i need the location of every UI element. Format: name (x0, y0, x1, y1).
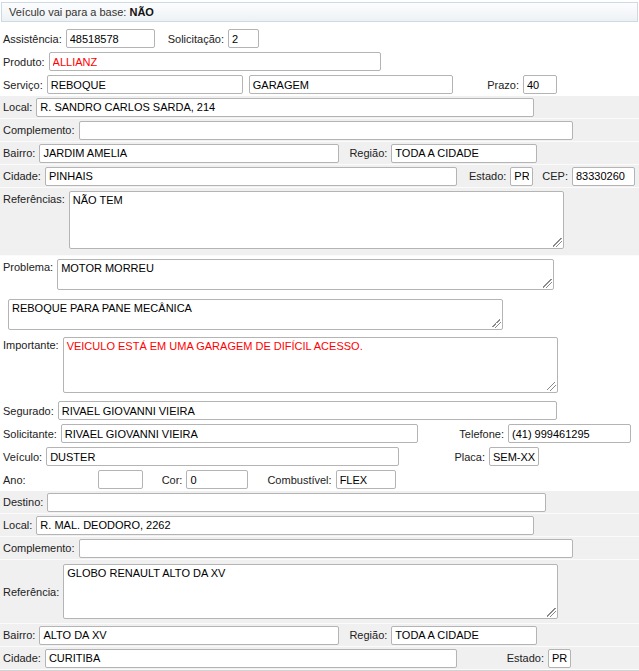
row-problema: Problema: MOTOR MORREU (0, 256, 639, 296)
solicitante-label: Solicitante: (3, 428, 61, 440)
complemento-destino-input[interactable] (79, 539, 573, 558)
row-assistencia: Assistência: Solicitação: (0, 27, 639, 50)
prazo-input[interactable] (523, 75, 557, 94)
complemento-origem-input[interactable] (79, 121, 573, 140)
placa-input[interactable] (489, 447, 539, 466)
row-cidade-origem: Cidade: Estado: CEP: (0, 165, 639, 188)
row-descricao-servico: REBOQUE PARA PANE MECÂNICA (0, 296, 639, 334)
assistencia-label: Assistência: (3, 33, 66, 45)
solicitante-input[interactable] (61, 424, 418, 443)
ano-label: Ano: (3, 474, 30, 486)
regiao-origem-input[interactable] (391, 144, 537, 163)
resize-handle-icon[interactable] (547, 608, 556, 617)
estado-origem-input[interactable] (510, 167, 533, 186)
cor-input[interactable] (186, 470, 248, 489)
assistencia-input[interactable] (66, 29, 155, 48)
referencias-origem-textarea[interactable]: NÃO TEM (69, 191, 564, 249)
row-produto: Produto: (0, 50, 639, 73)
regiao-origem-label: Região: (349, 147, 391, 159)
bairro-destino-input[interactable] (39, 626, 339, 645)
resize-handle-icon[interactable] (547, 382, 556, 391)
referencia-destino-textarea[interactable]: GLOBO RENAULT ALTO DA XV (63, 564, 558, 619)
telefone-input[interactable] (508, 424, 631, 443)
ano-input[interactable] (98, 470, 143, 489)
importante-label: Importante: (3, 337, 63, 351)
row-destino: Destino: (0, 491, 639, 514)
cidade-origem-label: Cidade: (3, 170, 45, 182)
row-bairro-origem: Bairro: Região: (0, 142, 639, 165)
complemento-destino-label: Complemento: (3, 542, 79, 554)
servico-input[interactable] (47, 75, 243, 94)
row-local-origem: Local: (0, 96, 639, 119)
cep-origem-input[interactable] (572, 167, 635, 186)
row-veiculo: Veículo: Placa: (0, 445, 639, 468)
row-local-destino: Local: (0, 514, 639, 537)
solicitacao-label: Solicitação: (168, 33, 228, 45)
row-cidade-destino: Cidade: Estado: (0, 647, 639, 670)
cidade-destino-label: Cidade: (3, 652, 45, 664)
assistance-form-page: Veículo vai para a base: NÃO Assistência… (0, 0, 639, 671)
row-bairro-destino: Bairro: Região: (0, 624, 639, 647)
local-destino-input[interactable] (36, 516, 534, 535)
combustivel-input[interactable] (336, 470, 396, 489)
titlebar-value: NÃO (129, 6, 153, 18)
section-destino: Destino: Local: Complemento: Referência:… (0, 491, 639, 670)
produto-input[interactable] (49, 52, 381, 71)
produto-label: Produto: (3, 56, 49, 68)
row-segurado: Segurado: (0, 399, 639, 422)
veiculo-label: Veículo: (3, 451, 46, 463)
bairro-origem-input[interactable] (39, 144, 339, 163)
prazo-label: Prazo: (487, 79, 523, 91)
row-servico: Serviço: Prazo: (0, 73, 639, 96)
estado-destino-label: Estado: (507, 652, 548, 664)
row-complemento-origem: Complemento: (0, 119, 639, 142)
segurado-input[interactable] (58, 401, 557, 420)
referencias-origem-label: Referências: (3, 191, 69, 205)
cidade-origem-input[interactable] (45, 167, 457, 186)
section-problema-veiculo: Problema: MOTOR MORREU REBOQUE PARA PANE… (0, 256, 639, 491)
placa-label: Placa: (454, 451, 489, 463)
descricao-servico-textarea[interactable]: REBOQUE PARA PANE MECÂNICA (8, 299, 503, 330)
solicitacao-input[interactable] (228, 29, 259, 48)
problema-label: Problema: (3, 259, 57, 273)
veiculo-input[interactable] (46, 447, 399, 466)
local-origem-input[interactable] (36, 98, 534, 117)
local-origem-label: Local: (3, 101, 36, 113)
regiao-destino-label: Região: (349, 629, 391, 641)
row-complemento-destino: Complemento: (0, 537, 639, 560)
referencia-destino-label: Referência: (3, 586, 63, 598)
bairro-origem-label: Bairro: (3, 147, 39, 159)
cor-label: Cor: (162, 474, 187, 486)
cidade-destino-input[interactable] (45, 649, 457, 668)
section-origem: Local: Complemento: Bairro: Região: Cida… (0, 96, 639, 256)
complemento-origem-label: Complemento: (3, 124, 79, 136)
row-ano-cor-combustivel: Ano: Cor: Combustível: (0, 468, 639, 491)
row-solicitante: Solicitante: Telefone: (0, 422, 639, 445)
resize-handle-icon[interactable] (492, 319, 501, 328)
destino-label: Destino: (3, 496, 47, 508)
local-destino-label: Local: (3, 519, 36, 531)
titlebar: Veículo vai para a base: NÃO (1, 2, 638, 22)
segurado-label: Segurado: (3, 405, 58, 417)
telefone-label: Telefone: (459, 428, 508, 440)
servico-label: Serviço: (3, 79, 47, 91)
resize-handle-icon[interactable] (553, 238, 562, 247)
combustivel-label: Combustível: (267, 474, 335, 486)
cep-origem-label: CEP: (542, 170, 572, 182)
regiao-destino-input[interactable] (391, 626, 537, 645)
importante-textarea[interactable]: VEICULO ESTÁ EM UMA GARAGEM DE DIFÍCIL A… (63, 337, 558, 393)
servico-tipo-input[interactable] (249, 75, 453, 94)
estado-destino-input[interactable] (548, 649, 571, 668)
row-importante: Importante: VEICULO ESTÁ EM UMA GARAGEM … (0, 334, 639, 399)
problema-textarea[interactable]: MOTOR MORREU (57, 259, 554, 290)
row-referencias-origem: Referências: NÃO TEM (0, 188, 639, 256)
bairro-destino-label: Bairro: (3, 629, 39, 641)
section-assistance: Assistência: Solicitação: Produto: Servi… (0, 22, 639, 96)
resize-handle-icon[interactable] (543, 279, 552, 288)
row-referencia-destino: Referência: GLOBO RENAULT ALTO DA XV (0, 560, 639, 624)
titlebar-label: Veículo vai para a base: (9, 6, 126, 18)
estado-origem-label: Estado: (469, 170, 510, 182)
destino-input[interactable] (47, 493, 546, 512)
